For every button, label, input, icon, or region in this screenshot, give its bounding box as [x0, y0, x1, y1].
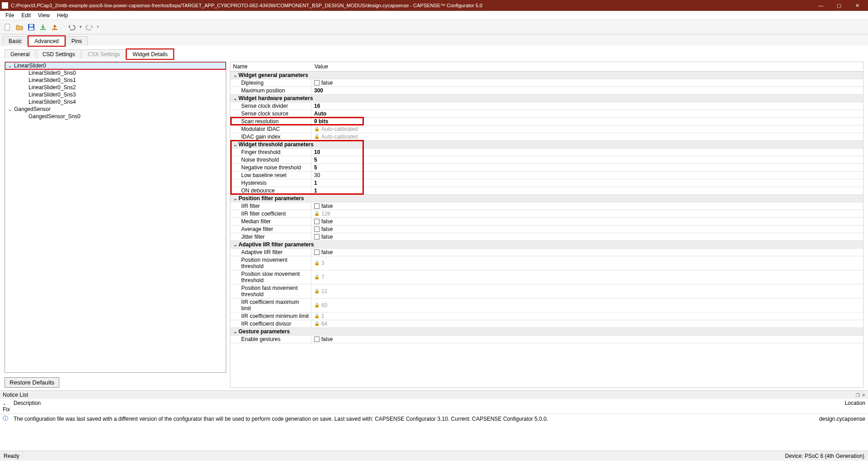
prop-iir-filter[interactable]: IIR filterfalse [230, 202, 863, 210]
prop-value[interactable]: 1 [311, 187, 863, 194]
tree-item-gangedsensor[interactable]: ⌄GangedSensor [5, 106, 226, 113]
subtab-widget-details[interactable]: Widget Details [127, 49, 173, 59]
prop-median-filter[interactable]: Median filterfalse [230, 218, 863, 226]
tree-item-linearslider0[interactable]: ⌄LinearSlider0 [5, 62, 226, 69]
chevron-down-icon[interactable]: ⌄ [232, 95, 238, 101]
prop-value[interactable]: 9 bits [311, 118, 863, 125]
widget-tree[interactable]: ⌄LinearSlider0LinearSlider0_Sns0LinearSl… [5, 62, 226, 373]
chevron-down-icon[interactable]: ⌄ [232, 241, 238, 248]
prop-negative-noise-threshold[interactable]: Negative noise threshold5 [230, 164, 863, 172]
prop-value[interactable]: false [311, 218, 863, 225]
checkbox-icon[interactable] [314, 226, 320, 232]
notice-row[interactable]: ⓘ The configuration file was last saved … [0, 414, 868, 423]
prop-on-debounce[interactable]: ON debounce1 [230, 187, 863, 195]
prop-position-slow-movement-threshold[interactable]: Position slow movement threshold🔒7 [230, 270, 863, 284]
prop-jitter-filter[interactable]: Jitter filterfalse [230, 233, 863, 241]
checkbox-icon[interactable] [314, 219, 320, 224]
redo-dropdown-icon[interactable]: ▼ [96, 25, 100, 29]
subtab-csd-settings[interactable]: CSD Settings [37, 49, 81, 59]
tree-item-linearslider0_sns0[interactable]: LinearSlider0_Sns0 [5, 69, 226, 77]
tab-basic[interactable]: Basic [3, 36, 28, 46]
prop-iir-filter-coefficient[interactable]: IIR filter coefficient🔒128 [230, 210, 863, 218]
open-icon[interactable] [14, 22, 24, 32]
checkbox-icon[interactable] [314, 203, 320, 209]
export-icon[interactable] [50, 22, 60, 32]
prop-value[interactable]: false [311, 233, 863, 240]
prop-name: IIR coefficient maximum limit [232, 299, 309, 312]
prop-diplexing[interactable]: Diplexingfalse [230, 79, 863, 87]
prop-value[interactable]: false [311, 79, 863, 87]
group-widget-threshold-parameters[interactable]: ⌄Widget threshold parameters [230, 141, 863, 149]
chevron-icon[interactable]: ⌄ [7, 106, 13, 112]
prop-value[interactable]: false [311, 202, 863, 210]
prop-sense-clock-source[interactable]: Sense clock sourceAuto [230, 110, 863, 118]
prop-modulator-idac[interactable]: Modulator IDAC🔒Auto-calibrated [230, 125, 863, 133]
prop-value[interactable]: false [311, 226, 863, 233]
prop-value[interactable]: 30 [311, 172, 863, 179]
maximize-button[interactable]: ▢ [830, 0, 848, 11]
prop-value[interactable]: 16 [311, 102, 863, 110]
prop-value[interactable]: 300 [311, 87, 863, 94]
prop-position-fast-movement-threshold[interactable]: Position fast movement threshold🔒12 [230, 284, 863, 298]
prop-value[interactable]: 1 [311, 179, 863, 187]
prop-noise-threshold[interactable]: Noise threshold5 [230, 156, 863, 164]
prop-low-baseline-reset[interactable]: Low baseline reset30 [230, 172, 863, 179]
notice-close-icon[interactable]: ✕ [862, 393, 865, 398]
prop-scan-resolution[interactable]: Scan resolution9 bits [230, 118, 863, 125]
undo-icon[interactable] [67, 22, 77, 32]
tab-pins[interactable]: Pins [66, 36, 88, 46]
prop-position-movement-threshold[interactable]: Position movement threshold🔒3 [230, 256, 863, 270]
chevron-down-icon[interactable]: ⌄ [232, 141, 238, 148]
chevron-down-icon[interactable]: ⌄ [232, 328, 238, 335]
prop-value[interactable]: Auto [311, 110, 863, 117]
subtab-general[interactable]: General [5, 49, 36, 59]
prop-finger-threshold[interactable]: Finger threshold10 [230, 149, 863, 156]
prop-maximum-position[interactable]: Maximum position300 [230, 87, 863, 95]
prop-value[interactable]: false [311, 249, 863, 256]
undo-dropdown-icon[interactable]: ▼ [79, 25, 82, 29]
tree-item-linearslider0_sns3[interactable]: LinearSlider0_Sns3 [5, 91, 226, 98]
import-icon[interactable] [38, 22, 48, 32]
prop-enable-gestures[interactable]: Enable gesturesfalse [230, 336, 863, 343]
menu-file[interactable]: File [2, 11, 18, 19]
prop-average-filter[interactable]: Average filterfalse [230, 226, 863, 233]
group-gesture-parameters[interactable]: ⌄Gesture parameters [230, 328, 863, 336]
restore-defaults-button[interactable]: Restore Defaults [5, 377, 59, 388]
group-position-filter-parameters[interactable]: ⌄Position filter parameters [230, 195, 863, 202]
menu-help[interactable]: Help [53, 11, 72, 19]
tree-item-linearslider0_sns4[interactable]: LinearSlider0_Sns4 [5, 98, 226, 106]
save-icon[interactable] [26, 22, 36, 32]
group-widget-general-parameters[interactable]: ⌄Widget general parameters [230, 72, 863, 79]
chevron-icon[interactable]: ⌄ [7, 62, 13, 69]
checkbox-icon[interactable] [314, 80, 320, 86]
group-widget-hardware-parameters[interactable]: ⌄Widget hardware parameters [230, 95, 863, 102]
group-adaptive-iir-filter-parameters[interactable]: ⌄Adaptive IIR filter parameters [230, 241, 863, 249]
prop-iir-coefficient-maximum-limit[interactable]: IIR coefficient maximum limit🔒60 [230, 298, 863, 312]
prop-iir-coefficient-divisor[interactable]: IIR coefficient divisor🔒64 [230, 320, 863, 328]
checkbox-icon[interactable] [314, 234, 320, 240]
prop-value[interactable]: 5 [311, 156, 863, 163]
tab-advanced[interactable]: Advanced [29, 36, 64, 46]
close-button[interactable]: ✕ [848, 0, 866, 11]
menu-view[interactable]: View [34, 11, 53, 19]
checkbox-icon[interactable] [314, 336, 320, 342]
prop-value[interactable]: 10 [311, 149, 863, 156]
chevron-down-icon[interactable]: ⌄ [232, 72, 238, 78]
prop-hysteresis[interactable]: Hysteresis1 [230, 179, 863, 187]
prop-adaptive-iir-filter[interactable]: Adaptive IIR filterfalse [230, 249, 863, 256]
chevron-down-icon[interactable]: ⌄ [232, 195, 238, 202]
prop-sense-clock-divider[interactable]: Sense clock divider16 [230, 102, 863, 110]
prop-iir-coefficient-minimum-limit[interactable]: IIR coefficient minimum limit🔒1 [230, 312, 863, 320]
menu-edit[interactable]: Edit [18, 11, 34, 19]
prop-value[interactable]: false [311, 336, 863, 343]
new-icon[interactable] [3, 22, 13, 32]
tree-item-linearslider0_sns2[interactable]: LinearSlider0_Sns2 [5, 84, 226, 91]
prop-value[interactable]: 5 [311, 164, 863, 171]
notice-popout-icon[interactable]: ❐ [856, 393, 860, 398]
prop-idac-gain-index[interactable]: IDAC gain index🔒Auto-calibrated [230, 133, 863, 141]
checkbox-icon[interactable] [314, 250, 320, 255]
tree-item-linearslider0_sns1[interactable]: LinearSlider0_Sns1 [5, 77, 226, 84]
redo-icon[interactable] [84, 22, 94, 32]
minimize-button[interactable]: — [812, 0, 830, 11]
tree-item-gangedsensor_sns0[interactable]: GangedSensor_Sns0 [5, 113, 226, 120]
